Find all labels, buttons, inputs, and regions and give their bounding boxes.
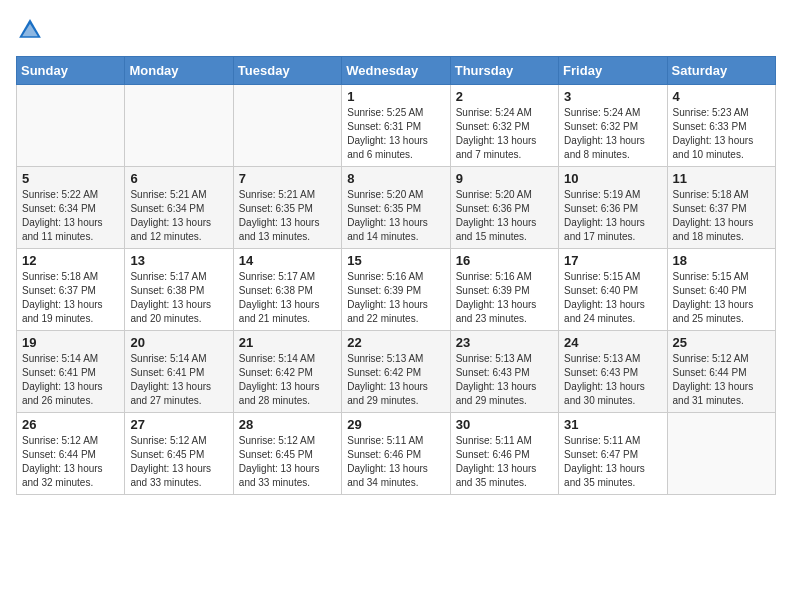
day-cell: 11Sunrise: 5:18 AM Sunset: 6:37 PM Dayli…	[667, 167, 775, 249]
day-cell: 5Sunrise: 5:22 AM Sunset: 6:34 PM Daylig…	[17, 167, 125, 249]
day-info: Sunrise: 5:17 AM Sunset: 6:38 PM Dayligh…	[130, 270, 227, 326]
day-info: Sunrise: 5:13 AM Sunset: 6:43 PM Dayligh…	[564, 352, 661, 408]
day-info: Sunrise: 5:20 AM Sunset: 6:36 PM Dayligh…	[456, 188, 553, 244]
day-info: Sunrise: 5:22 AM Sunset: 6:34 PM Dayligh…	[22, 188, 119, 244]
day-info: Sunrise: 5:11 AM Sunset: 6:47 PM Dayligh…	[564, 434, 661, 490]
day-info: Sunrise: 5:11 AM Sunset: 6:46 PM Dayligh…	[456, 434, 553, 490]
day-number: 3	[564, 89, 661, 104]
page-header	[16, 16, 776, 44]
day-number: 11	[673, 171, 770, 186]
day-info: Sunrise: 5:15 AM Sunset: 6:40 PM Dayligh…	[564, 270, 661, 326]
col-header-saturday: Saturday	[667, 57, 775, 85]
day-info: Sunrise: 5:12 AM Sunset: 6:44 PM Dayligh…	[22, 434, 119, 490]
calendar-header-row: SundayMondayTuesdayWednesdayThursdayFrid…	[17, 57, 776, 85]
col-header-monday: Monday	[125, 57, 233, 85]
day-cell: 18Sunrise: 5:15 AM Sunset: 6:40 PM Dayli…	[667, 249, 775, 331]
day-number: 5	[22, 171, 119, 186]
day-info: Sunrise: 5:17 AM Sunset: 6:38 PM Dayligh…	[239, 270, 336, 326]
calendar-table: SundayMondayTuesdayWednesdayThursdayFrid…	[16, 56, 776, 495]
day-cell: 8Sunrise: 5:20 AM Sunset: 6:35 PM Daylig…	[342, 167, 450, 249]
day-number: 27	[130, 417, 227, 432]
day-number: 13	[130, 253, 227, 268]
day-info: Sunrise: 5:19 AM Sunset: 6:36 PM Dayligh…	[564, 188, 661, 244]
day-number: 2	[456, 89, 553, 104]
day-info: Sunrise: 5:24 AM Sunset: 6:32 PM Dayligh…	[564, 106, 661, 162]
day-cell: 20Sunrise: 5:14 AM Sunset: 6:41 PM Dayli…	[125, 331, 233, 413]
day-info: Sunrise: 5:15 AM Sunset: 6:40 PM Dayligh…	[673, 270, 770, 326]
day-number: 23	[456, 335, 553, 350]
day-cell: 15Sunrise: 5:16 AM Sunset: 6:39 PM Dayli…	[342, 249, 450, 331]
day-info: Sunrise: 5:20 AM Sunset: 6:35 PM Dayligh…	[347, 188, 444, 244]
week-row-1: 1Sunrise: 5:25 AM Sunset: 6:31 PM Daylig…	[17, 85, 776, 167]
day-number: 30	[456, 417, 553, 432]
day-number: 24	[564, 335, 661, 350]
day-cell: 6Sunrise: 5:21 AM Sunset: 6:34 PM Daylig…	[125, 167, 233, 249]
day-cell: 30Sunrise: 5:11 AM Sunset: 6:46 PM Dayli…	[450, 413, 558, 495]
day-info: Sunrise: 5:21 AM Sunset: 6:34 PM Dayligh…	[130, 188, 227, 244]
col-header-wednesday: Wednesday	[342, 57, 450, 85]
day-info: Sunrise: 5:12 AM Sunset: 6:45 PM Dayligh…	[130, 434, 227, 490]
day-number: 6	[130, 171, 227, 186]
col-header-sunday: Sunday	[17, 57, 125, 85]
week-row-5: 26Sunrise: 5:12 AM Sunset: 6:44 PM Dayli…	[17, 413, 776, 495]
day-info: Sunrise: 5:13 AM Sunset: 6:43 PM Dayligh…	[456, 352, 553, 408]
day-info: Sunrise: 5:14 AM Sunset: 6:41 PM Dayligh…	[22, 352, 119, 408]
day-cell: 7Sunrise: 5:21 AM Sunset: 6:35 PM Daylig…	[233, 167, 341, 249]
day-cell	[125, 85, 233, 167]
day-cell: 21Sunrise: 5:14 AM Sunset: 6:42 PM Dayli…	[233, 331, 341, 413]
day-cell: 1Sunrise: 5:25 AM Sunset: 6:31 PM Daylig…	[342, 85, 450, 167]
day-cell: 27Sunrise: 5:12 AM Sunset: 6:45 PM Dayli…	[125, 413, 233, 495]
day-info: Sunrise: 5:14 AM Sunset: 6:42 PM Dayligh…	[239, 352, 336, 408]
day-cell	[233, 85, 341, 167]
day-number: 7	[239, 171, 336, 186]
col-header-friday: Friday	[559, 57, 667, 85]
day-cell: 19Sunrise: 5:14 AM Sunset: 6:41 PM Dayli…	[17, 331, 125, 413]
logo	[16, 16, 48, 44]
day-cell: 26Sunrise: 5:12 AM Sunset: 6:44 PM Dayli…	[17, 413, 125, 495]
day-cell: 24Sunrise: 5:13 AM Sunset: 6:43 PM Dayli…	[559, 331, 667, 413]
day-number: 22	[347, 335, 444, 350]
day-number: 28	[239, 417, 336, 432]
day-number: 8	[347, 171, 444, 186]
day-info: Sunrise: 5:18 AM Sunset: 6:37 PM Dayligh…	[673, 188, 770, 244]
day-number: 15	[347, 253, 444, 268]
day-number: 19	[22, 335, 119, 350]
day-number: 17	[564, 253, 661, 268]
day-number: 4	[673, 89, 770, 104]
logo-icon	[16, 16, 44, 44]
day-info: Sunrise: 5:18 AM Sunset: 6:37 PM Dayligh…	[22, 270, 119, 326]
day-number: 31	[564, 417, 661, 432]
day-number: 25	[673, 335, 770, 350]
day-number: 20	[130, 335, 227, 350]
day-cell: 22Sunrise: 5:13 AM Sunset: 6:42 PM Dayli…	[342, 331, 450, 413]
col-header-tuesday: Tuesday	[233, 57, 341, 85]
day-number: 16	[456, 253, 553, 268]
day-number: 26	[22, 417, 119, 432]
day-cell: 14Sunrise: 5:17 AM Sunset: 6:38 PM Dayli…	[233, 249, 341, 331]
day-cell: 23Sunrise: 5:13 AM Sunset: 6:43 PM Dayli…	[450, 331, 558, 413]
day-cell: 2Sunrise: 5:24 AM Sunset: 6:32 PM Daylig…	[450, 85, 558, 167]
day-cell: 28Sunrise: 5:12 AM Sunset: 6:45 PM Dayli…	[233, 413, 341, 495]
day-number: 21	[239, 335, 336, 350]
day-cell: 13Sunrise: 5:17 AM Sunset: 6:38 PM Dayli…	[125, 249, 233, 331]
day-number: 29	[347, 417, 444, 432]
day-number: 18	[673, 253, 770, 268]
day-info: Sunrise: 5:11 AM Sunset: 6:46 PM Dayligh…	[347, 434, 444, 490]
day-number: 1	[347, 89, 444, 104]
day-info: Sunrise: 5:12 AM Sunset: 6:45 PM Dayligh…	[239, 434, 336, 490]
day-number: 9	[456, 171, 553, 186]
day-cell: 31Sunrise: 5:11 AM Sunset: 6:47 PM Dayli…	[559, 413, 667, 495]
day-info: Sunrise: 5:12 AM Sunset: 6:44 PM Dayligh…	[673, 352, 770, 408]
day-info: Sunrise: 5:16 AM Sunset: 6:39 PM Dayligh…	[347, 270, 444, 326]
day-info: Sunrise: 5:21 AM Sunset: 6:35 PM Dayligh…	[239, 188, 336, 244]
day-cell: 3Sunrise: 5:24 AM Sunset: 6:32 PM Daylig…	[559, 85, 667, 167]
day-cell: 10Sunrise: 5:19 AM Sunset: 6:36 PM Dayli…	[559, 167, 667, 249]
day-cell: 9Sunrise: 5:20 AM Sunset: 6:36 PM Daylig…	[450, 167, 558, 249]
day-info: Sunrise: 5:24 AM Sunset: 6:32 PM Dayligh…	[456, 106, 553, 162]
day-cell: 12Sunrise: 5:18 AM Sunset: 6:37 PM Dayli…	[17, 249, 125, 331]
week-row-2: 5Sunrise: 5:22 AM Sunset: 6:34 PM Daylig…	[17, 167, 776, 249]
day-cell: 16Sunrise: 5:16 AM Sunset: 6:39 PM Dayli…	[450, 249, 558, 331]
week-row-4: 19Sunrise: 5:14 AM Sunset: 6:41 PM Dayli…	[17, 331, 776, 413]
day-cell	[667, 413, 775, 495]
day-cell: 17Sunrise: 5:15 AM Sunset: 6:40 PM Dayli…	[559, 249, 667, 331]
